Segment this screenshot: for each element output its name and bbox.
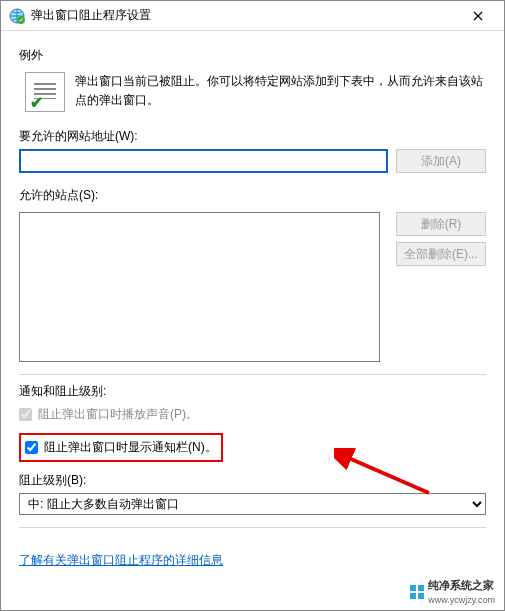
dialog-window: 弹出窗口阻止程序设置 例外 ✔ 弹出窗口当前已被阻止。你可以将特定网站添加到下表…: [0, 0, 505, 611]
show-bar-checkbox[interactable]: [25, 441, 38, 454]
show-bar-label: 阻止弹出窗口时显示通知栏(N)。: [44, 439, 217, 456]
watermark: 纯净系统之家 www.ycwjzy.com: [407, 577, 498, 606]
svg-rect-4: [418, 585, 424, 591]
exceptions-heading: 例外: [19, 47, 486, 64]
remove-all-button[interactable]: 全部删除(E)...: [396, 242, 486, 266]
notify-heading: 通知和阻止级别:: [19, 383, 486, 400]
divider: [19, 374, 486, 375]
watermark-logo-icon: [410, 585, 424, 599]
description-text: 弹出窗口当前已被阻止。你可以将特定网站添加到下表中，从而允许来自该站点的弹出窗口…: [75, 72, 486, 110]
svg-rect-5: [410, 593, 416, 599]
dialog-content: 例外 ✔ 弹出窗口当前已被阻止。你可以将特定网站添加到下表中，从而允许来自该站点…: [1, 31, 504, 610]
highlight-box: 阻止弹出窗口时显示通知栏(N)。: [19, 433, 223, 462]
allowed-sites-list[interactable]: [19, 212, 380, 362]
block-level-select[interactable]: 中: 阻止大多数自动弹出窗口: [19, 493, 486, 515]
learn-more-link[interactable]: 了解有关弹出窗口阻止程序的详细信息: [19, 552, 223, 569]
address-label: 要允许的网站地址(W):: [19, 128, 486, 145]
svg-rect-6: [418, 593, 424, 599]
block-level-label: 阻止级别(B):: [19, 472, 486, 489]
svg-rect-3: [410, 585, 416, 591]
play-sound-checkbox[interactable]: [19, 408, 32, 421]
play-sound-row[interactable]: 阻止弹出窗口时播放声音(P)。: [19, 404, 486, 425]
watermark-url: www.ycwjzy.com: [428, 595, 495, 605]
window-title: 弹出窗口阻止程序设置: [31, 7, 458, 24]
watermark-brand: 纯净系统之家: [428, 579, 494, 591]
description-row: ✔ 弹出窗口当前已被阻止。你可以将特定网站添加到下表中，从而允许来自该站点的弹出…: [19, 72, 486, 112]
globe-shield-icon: [9, 8, 25, 24]
allowed-sites-label: 允许的站点(S):: [19, 187, 486, 204]
divider-2: [19, 527, 486, 528]
page-check-icon: ✔: [25, 72, 65, 112]
remove-button[interactable]: 删除(R): [396, 212, 486, 236]
close-button[interactable]: [458, 2, 498, 30]
address-input[interactable]: [19, 149, 388, 173]
add-button[interactable]: 添加(A): [396, 149, 486, 173]
close-icon: [473, 8, 483, 24]
titlebar: 弹出窗口阻止程序设置: [1, 1, 504, 31]
show-bar-row[interactable]: 阻止弹出窗口时显示通知栏(N)。: [25, 437, 217, 458]
play-sound-label: 阻止弹出窗口时播放声音(P)。: [38, 406, 198, 423]
